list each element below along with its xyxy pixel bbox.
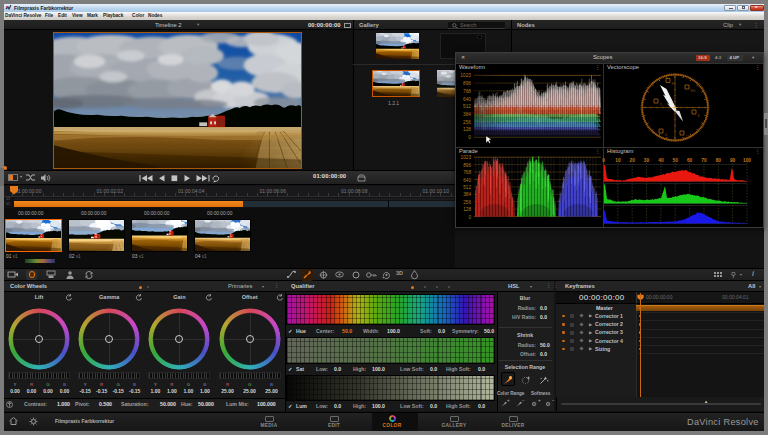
svg-text:512: 512 (463, 104, 471, 109)
svg-text:640: 640 (463, 97, 471, 102)
svg-text:128: 128 (463, 207, 471, 212)
svg-text:100: 100 (743, 158, 751, 163)
svg-text:1023: 1023 (461, 155, 472, 160)
svg-text:384: 384 (463, 112, 471, 117)
svg-text:80: 80 (716, 158, 722, 163)
svg-text:50: 50 (673, 158, 679, 163)
svg-text:60: 60 (687, 158, 693, 163)
svg-text:896: 896 (463, 163, 471, 168)
svg-text:256: 256 (463, 200, 471, 205)
svg-text:0: 0 (468, 215, 471, 220)
svg-text:128: 128 (463, 127, 471, 132)
svg-text:MG: MG (691, 89, 696, 93)
svg-text:10: 10 (615, 158, 621, 163)
svg-text:256: 256 (463, 120, 471, 125)
svg-text:40: 40 (658, 158, 664, 163)
svg-text:R: R (672, 82, 675, 86)
svg-text:CY: CY (686, 135, 690, 139)
svg-text:G: G (665, 133, 668, 137)
svg-text:90: 90 (730, 158, 736, 163)
svg-text:896: 896 (463, 81, 471, 86)
svg-text:512: 512 (463, 185, 471, 190)
svg-text:1023: 1023 (460, 73, 471, 78)
svg-text:384: 384 (463, 192, 471, 197)
svg-text:640: 640 (463, 178, 471, 183)
svg-text:20: 20 (630, 158, 636, 163)
svg-text:768: 768 (463, 170, 471, 175)
svg-text:B: B (698, 114, 700, 118)
svg-text:0: 0 (468, 135, 471, 140)
svg-text:70: 70 (701, 158, 707, 163)
svg-text:YL: YL (660, 103, 664, 107)
svg-text:768: 768 (463, 89, 471, 94)
svg-text:0: 0 (602, 158, 605, 163)
svg-text:30: 30 (644, 158, 650, 163)
